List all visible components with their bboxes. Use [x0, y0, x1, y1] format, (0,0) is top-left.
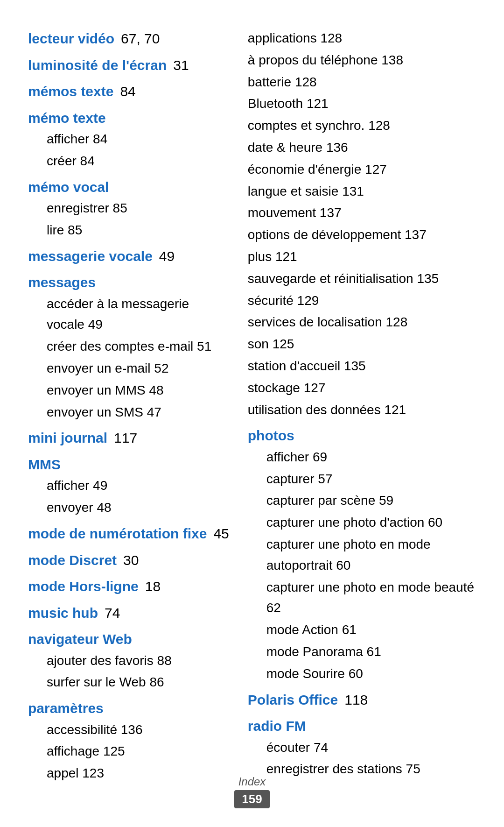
index-entry: paramètresaccessibilité 136affichage 125… — [28, 698, 229, 784]
plain-sub-entry-item: mouvement 137 — [248, 203, 476, 224]
sub-entry-item: mode Sourire 60 — [266, 664, 476, 685]
index-entry: mémo vocalenregistrer 85lire 85 — [28, 177, 229, 241]
plain-sub-entries: applications 128à propos du téléphone 13… — [248, 28, 476, 420]
sub-entries: afficher 49envoyer 48 — [28, 475, 229, 518]
sub-entry-item: créer 84 — [47, 151, 229, 172]
index-entry: photosafficher 69capturer 57capturer par… — [248, 425, 476, 684]
entry-header: mini journal117 — [28, 427, 229, 449]
index-entry: mode de numérotation fixe45 — [28, 523, 229, 545]
plain-sub-entry-item: Bluetooth 121 — [248, 93, 476, 114]
plain-sub-entry-item: station d'accueil 135 — [248, 356, 476, 377]
sub-entry-item: capturer 57 — [266, 469, 476, 490]
index-entry: luminosité de l'écran31 — [28, 55, 229, 77]
sub-entry-item: envoyer un SMS 47 — [47, 402, 229, 423]
entry-header: photos — [248, 425, 476, 447]
sub-entry-item: affichage 125 — [47, 741, 229, 762]
entry-header: paramètres — [28, 698, 229, 720]
entry-header: Polaris Office118 — [248, 689, 476, 711]
sub-entry-item: mode Panorama 61 — [266, 642, 476, 663]
page-content: lecteur vidéo67, 70luminosité de l'écran… — [28, 28, 476, 789]
sub-entry-item: écouter 74 — [266, 737, 476, 758]
sub-entry-item: envoyer un e-mail 52 — [47, 358, 229, 379]
sub-entry-item: capturer une photo d'action 60 — [266, 512, 476, 533]
plain-sub-entry-item: date & heure 136 — [248, 137, 476, 158]
page-number: 159 — [234, 790, 269, 808]
entry-header: mode de numérotation fixe45 — [28, 523, 229, 545]
index-entry: messagerie vocale49 — [28, 246, 229, 268]
index-entry: applications 128à propos du téléphone 13… — [248, 28, 476, 420]
entry-header: mémo vocal — [28, 177, 229, 198]
page-footer: Index 159 — [0, 775, 504, 808]
index-entry: mini journal117 — [28, 427, 229, 449]
sub-entry-item: capturer une photo en mode beauté 62 — [266, 577, 476, 619]
plain-sub-entry-item: services de localisation 128 — [248, 312, 476, 333]
index-entry: mémo texteafficher 84créer 84 — [28, 107, 229, 172]
sub-entry-item: accessibilité 136 — [47, 720, 229, 741]
entry-header: luminosité de l'écran31 — [28, 55, 229, 77]
plain-sub-entry-item: à propos du téléphone 138 — [248, 50, 476, 71]
sub-entry-item: créer des comptes e-mail 51 — [47, 336, 229, 357]
plain-sub-entry-item: son 125 — [248, 334, 476, 355]
index-entry: navigateur Webajouter des favoris 88surf… — [28, 629, 229, 693]
index-entry: mode Discret30 — [28, 550, 229, 572]
sub-entries: écouter 74enregistrer des stations 75 — [248, 737, 476, 780]
sub-entry-item: afficher 69 — [266, 447, 476, 468]
plain-sub-entry-item: utilisation des données 121 — [248, 400, 476, 421]
plain-sub-entry-item: sécurité 129 — [248, 290, 476, 311]
right-column: applications 128à propos du téléphone 13… — [243, 28, 476, 789]
entry-header: mémo texte — [28, 107, 229, 129]
sub-entries: enregistrer 85lire 85 — [28, 198, 229, 241]
entry-header: mode Hors-ligne18 — [28, 576, 229, 598]
plain-sub-entry-item: plus 121 — [248, 247, 476, 268]
sub-entries: accéder à la messagerie vocale 49créer d… — [28, 294, 229, 423]
entry-header: MMS — [28, 454, 229, 476]
sub-entry-item: mode Action 61 — [266, 620, 476, 641]
entry-header: messagerie vocale49 — [28, 246, 229, 268]
sub-entry-item: lire 85 — [47, 220, 229, 241]
sub-entry-item: surfer sur le Web 86 — [47, 672, 229, 693]
plain-sub-entry-item: stockage 127 — [248, 378, 476, 399]
sub-entries: accessibilité 136affichage 125appel 123 — [28, 720, 229, 784]
plain-sub-entry-item: sauvegarde et réinitialisation 135 — [248, 269, 476, 290]
entry-header: messages — [28, 272, 229, 294]
entry-header: radio FM — [248, 715, 476, 737]
sub-entry-item: capturer une photo en mode autoportrait … — [266, 534, 476, 576]
footer-label: Index — [0, 775, 504, 788]
sub-entries: ajouter des favoris 88surfer sur le Web … — [28, 650, 229, 693]
plain-sub-entry-item: applications 128 — [248, 28, 476, 49]
index-entry: lecteur vidéo67, 70 — [28, 28, 229, 50]
plain-sub-entry-item: batterie 128 — [248, 72, 476, 93]
entry-header: lecteur vidéo67, 70 — [28, 28, 229, 50]
index-entry: mode Hors-ligne18 — [28, 576, 229, 598]
plain-sub-entry-item: langue et saisie 131 — [248, 181, 476, 202]
sub-entry-item: envoyer un MMS 48 — [47, 380, 229, 401]
sub-entry-item: enregistrer 85 — [47, 198, 229, 219]
left-column: lecteur vidéo67, 70luminosité de l'écran… — [28, 28, 243, 789]
entry-header: navigateur Web — [28, 629, 229, 650]
entry-header: mémos texte84 — [28, 81, 229, 103]
sub-entry-item: envoyer 48 — [47, 497, 229, 518]
sub-entry-item: afficher 84 — [47, 129, 229, 150]
plain-sub-entry-item: options de développement 137 — [248, 225, 476, 246]
sub-entry-item: accéder à la messagerie vocale 49 — [47, 294, 229, 336]
sub-entry-item: capturer par scène 59 — [266, 490, 476, 511]
entry-header: mode Discret30 — [28, 550, 229, 572]
index-entry: mémos texte84 — [28, 81, 229, 103]
sub-entries: afficher 69capturer 57capturer par scène… — [248, 447, 476, 685]
index-entry: messagesaccéder à la messagerie vocale 4… — [28, 272, 229, 423]
sub-entries: afficher 84créer 84 — [28, 129, 229, 172]
index-entry: MMSafficher 49envoyer 48 — [28, 454, 229, 518]
index-entry: radio FMécouter 74enregistrer des statio… — [248, 715, 476, 780]
sub-entry-item: afficher 49 — [47, 475, 229, 496]
sub-entry-item: ajouter des favoris 88 — [47, 650, 229, 671]
plain-sub-entry-item: économie d'énergie 127 — [248, 159, 476, 180]
index-entry: Polaris Office118 — [248, 689, 476, 711]
plain-sub-entry-item: comptes et synchro. 128 — [248, 115, 476, 136]
entry-header: music hub74 — [28, 602, 229, 624]
index-entry: music hub74 — [28, 602, 229, 624]
